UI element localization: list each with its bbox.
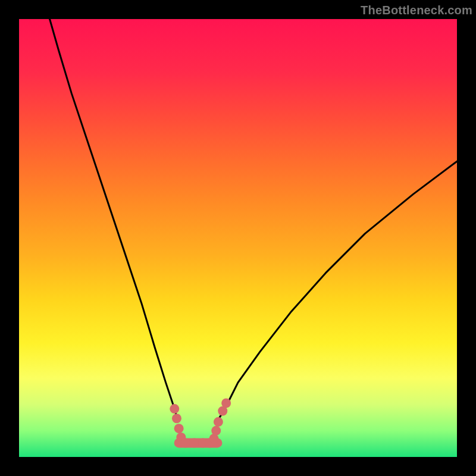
data-marker: [211, 426, 221, 436]
data-marker: [170, 404, 179, 414]
right-curve: [217, 161, 457, 421]
data-marker: [189, 438, 199, 447]
data-marker: [181, 438, 190, 447]
left-curve: [50, 19, 178, 421]
data-marker: [221, 398, 231, 408]
chart-overlay: [0, 0, 476, 476]
data-marker: [172, 414, 181, 423]
data-marker: [174, 424, 184, 433]
data-marker: [214, 417, 223, 427]
chart-stage: TheBottleneck.com: [0, 0, 476, 476]
